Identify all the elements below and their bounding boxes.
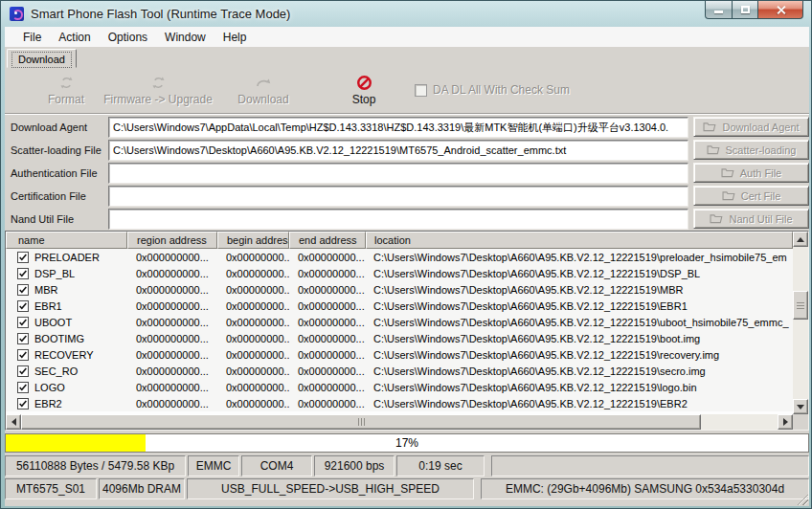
- menu-item-help[interactable]: Help: [214, 29, 256, 46]
- menu-item-options[interactable]: Options: [100, 29, 156, 46]
- da-dl-checksum-checkbox[interactable]: DA DL All With Check Sum: [415, 83, 570, 97]
- nand-util-file-button[interactable]: Nand Util File: [693, 209, 809, 229]
- column-end-address[interactable]: end address: [289, 232, 366, 249]
- table-row[interactable]: DSP_BL 0x000000000... 0x00000000... 0x00…: [6, 265, 793, 281]
- close-button[interactable]: [758, 1, 803, 19]
- tab-download[interactable]: Download: [7, 49, 77, 68]
- scatter-loading-label: Scatter-loading File: [11, 140, 102, 161]
- nand-util-file-input[interactable]: [108, 209, 688, 230]
- row-checkbox[interactable]: [17, 382, 29, 393]
- download-agent-input[interactable]: [108, 117, 688, 138]
- maximize-icon: [741, 6, 750, 13]
- table-row[interactable]: BOOTIMG 0x000000000... 0x00000000... 0x0…: [6, 330, 793, 346]
- certification-file-input[interactable]: [108, 186, 688, 207]
- folder-open-icon: [703, 122, 716, 132]
- table-row[interactable]: UBOOT 0x000000000... 0x00000000... 0x000…: [6, 314, 793, 330]
- row-location: C:\Users\Windows7\Desktop\A660\A95.KB.V2…: [366, 268, 793, 279]
- row-checkbox[interactable]: [17, 365, 29, 377]
- table-row[interactable]: EBR1 0x000000000... 0x00000000... 0x0000…: [6, 298, 793, 314]
- authentication-file-label: Authentication File: [11, 163, 98, 184]
- check-icon: [18, 318, 28, 327]
- row-checkbox[interactable]: [17, 300, 29, 312]
- row-end-address: 0x00000000...: [289, 333, 366, 344]
- row-region-address: 0x000000000...: [127, 333, 217, 344]
- table-row[interactable]: RECOVERY 0x000000000... 0x00000000... 0x…: [6, 346, 793, 363]
- status-com-port: COM4: [241, 455, 312, 476]
- scatter-loading-input[interactable]: [108, 140, 688, 161]
- cert-file-button[interactable]: Cert File: [693, 186, 809, 206]
- row-begin-address: 0x00000000...: [217, 284, 289, 296]
- horizontal-scrollbar[interactable]: [6, 414, 793, 430]
- column-region-address[interactable]: region address: [127, 232, 217, 249]
- scroll-right-button[interactable]: [778, 414, 793, 430]
- maximize-button[interactable]: [733, 1, 758, 19]
- check-icon: [18, 285, 28, 295]
- scroll-down-button[interactable]: [793, 399, 808, 414]
- authentication-file-input[interactable]: [108, 163, 688, 184]
- circular-arrows-icon: [96, 75, 220, 91]
- row-checkbox[interactable]: [17, 268, 29, 279]
- status-empty: [491, 455, 809, 476]
- row-end-address: 0x00000000...: [289, 268, 366, 279]
- tab-strip: Download: [5, 47, 809, 68]
- row-location: C:\Users\Windows7\Desktop\A660\A95.KB.V2…: [366, 300, 793, 312]
- column-location[interactable]: location: [366, 232, 793, 249]
- check-icon: [18, 399, 28, 409]
- row-location: C:\Users\Windows7\Desktop\A660\A95.KB.V2…: [366, 382, 793, 393]
- menu-item-file[interactable]: File: [14, 29, 50, 46]
- table-row[interactable]: EBR2 0x000000000... 0x00000000... 0x0000…: [6, 395, 793, 411]
- scrollbar-corner: [793, 414, 808, 430]
- scroll-left-button[interactable]: [6, 414, 21, 430]
- row-location: C:\Users\Windows7\Desktop\A660\A95.KB.V2…: [366, 333, 793, 344]
- progress-label: 17%: [6, 436, 808, 450]
- row-name: RECOVERY: [34, 349, 94, 361]
- tab-download-label: Download: [11, 52, 72, 68]
- row-name: DSP_BL: [34, 268, 75, 279]
- row-region-address: 0x000000000...: [127, 349, 217, 361]
- row-checkbox[interactable]: [17, 284, 29, 296]
- folder-open-icon: [721, 167, 734, 178]
- horizontal-scrollbar-thumb[interactable]: [21, 414, 701, 430]
- vertical-scrollbar[interactable]: [793, 232, 808, 414]
- table-row[interactable]: LOGO 0x000000000... 0x00000000... 0x0000…: [6, 379, 793, 395]
- row-checkbox[interactable]: [17, 349, 29, 361]
- table-row[interactable]: PRELOADER 0x000000000... 0x00000000... 0…: [6, 249, 793, 265]
- check-icon: [18, 334, 28, 343]
- row-end-address: 0x00000000...: [289, 252, 366, 263]
- title-bar[interactable]: Smart Phone Flash Tool (Runtime Trace Mo…: [1, 1, 811, 27]
- check-icon: [18, 253, 28, 262]
- row-checkbox[interactable]: [17, 398, 29, 409]
- minimize-button[interactable]: [705, 1, 733, 19]
- row-region-address: 0x000000000...: [127, 382, 217, 393]
- table-row[interactable]: SEC_RO 0x000000000... 0x00000000... 0x00…: [6, 363, 793, 379]
- scatter-loading-button[interactable]: Scatter-loading: [693, 140, 809, 160]
- stop-icon: [330, 75, 397, 91]
- row-name: MBR: [34, 284, 57, 296]
- table-row[interactable]: MBR 0x000000000... 0x00000000... 0x00000…: [6, 281, 793, 298]
- menu-item-action[interactable]: Action: [50, 29, 99, 46]
- table-header: name region address begin address end ad…: [6, 232, 793, 249]
- curved-arrow-icon: [211, 75, 316, 91]
- row-begin-address: 0x00000000...: [217, 398, 289, 409]
- menu-bar: File Action Options Window Help: [5, 27, 809, 47]
- column-name[interactable]: name: [6, 232, 127, 249]
- row-end-address: 0x00000000...: [289, 284, 366, 296]
- row-region-address: 0x000000000...: [127, 365, 217, 377]
- row-end-address: 0x00000000...: [289, 317, 366, 328]
- stop-button[interactable]: Stop: [330, 75, 397, 106]
- row-checkbox[interactable]: [17, 317, 29, 328]
- download-agent-button[interactable]: Download Agent: [693, 117, 809, 137]
- auth-file-button[interactable]: Auth File: [693, 163, 809, 183]
- firmware-upgrade-label: Firmware -> Upgrade: [103, 93, 213, 106]
- download-button[interactable]: Download: [211, 75, 316, 106]
- column-begin-address[interactable]: begin address: [217, 232, 289, 249]
- firmware-upgrade-button[interactable]: Firmware -> Upgrade: [96, 75, 220, 106]
- row-name: UBOOT: [34, 317, 72, 328]
- row-checkbox[interactable]: [17, 333, 29, 344]
- menu-item-window[interactable]: Window: [156, 29, 214, 46]
- row-checkbox[interactable]: [17, 252, 29, 263]
- row-region-address: 0x000000000...: [127, 317, 217, 328]
- arrow-down-icon: [797, 405, 804, 409]
- vertical-scrollbar-thumb[interactable]: [793, 291, 808, 320]
- scroll-up-button[interactable]: [793, 232, 808, 247]
